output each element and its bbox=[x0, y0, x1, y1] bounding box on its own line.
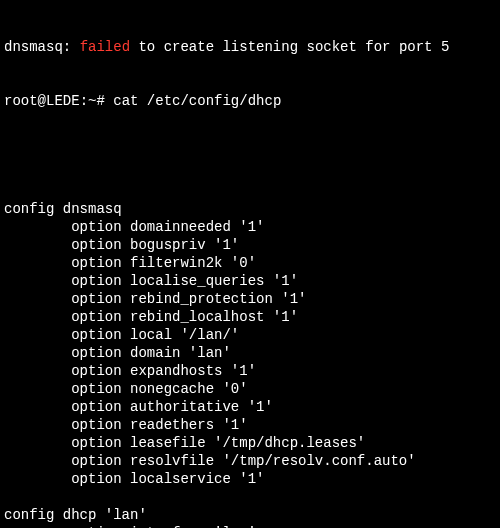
config-option-line: option boguspriv '1' bbox=[4, 236, 496, 254]
config-option-line: option leasefile '/tmp/dhcp.leases' bbox=[4, 434, 496, 452]
prompt-symbol: # bbox=[96, 93, 104, 109]
terminal-output: dnsmasq: failed to create listening sock… bbox=[0, 0, 500, 528]
crop-red-word: failed bbox=[80, 39, 130, 55]
config-section-header: config dhcp 'lan' bbox=[4, 506, 496, 524]
prompt-user-host: root@LEDE bbox=[4, 93, 80, 109]
config-option-line: option authoritative '1' bbox=[4, 398, 496, 416]
config-option-line: option rebind_protection '1' bbox=[4, 290, 496, 308]
prompt-command: cat /etc/config/dhcp bbox=[113, 93, 281, 109]
config-option-line: option localise_queries '1' bbox=[4, 272, 496, 290]
blank-line bbox=[4, 488, 496, 506]
config-option-line: option domain 'lan' bbox=[4, 344, 496, 362]
config-option-line: option filterwin2k '0' bbox=[4, 254, 496, 272]
config-option-line: option local '/lan/' bbox=[4, 326, 496, 344]
config-option-line: option rebind_localhost '1' bbox=[4, 308, 496, 326]
config-option-line: option localservice '1' bbox=[4, 470, 496, 488]
config-option-line: option nonegcache '0' bbox=[4, 380, 496, 398]
config-option-line: option interface 'lan' bbox=[4, 524, 496, 528]
file-content: config dnsmasq option domainneeded '1' o… bbox=[4, 200, 496, 528]
config-section-header: config dnsmasq bbox=[4, 200, 496, 218]
config-option-line: option domainneeded '1' bbox=[4, 218, 496, 236]
config-option-line: option expandhosts '1' bbox=[4, 362, 496, 380]
cropped-previous-line: dnsmasq: failed to create listening sock… bbox=[4, 38, 496, 56]
shell-prompt-line[interactable]: root@LEDE:~# cat /etc/config/dhcp bbox=[4, 92, 496, 110]
crop-rest: to create listening socket for port 5 bbox=[130, 39, 449, 55]
blank-line bbox=[4, 146, 496, 164]
config-option-line: option readethers '1' bbox=[4, 416, 496, 434]
config-option-line: option resolvfile '/tmp/resolv.conf.auto… bbox=[4, 452, 496, 470]
crop-prefix: dnsmasq: bbox=[4, 39, 80, 55]
